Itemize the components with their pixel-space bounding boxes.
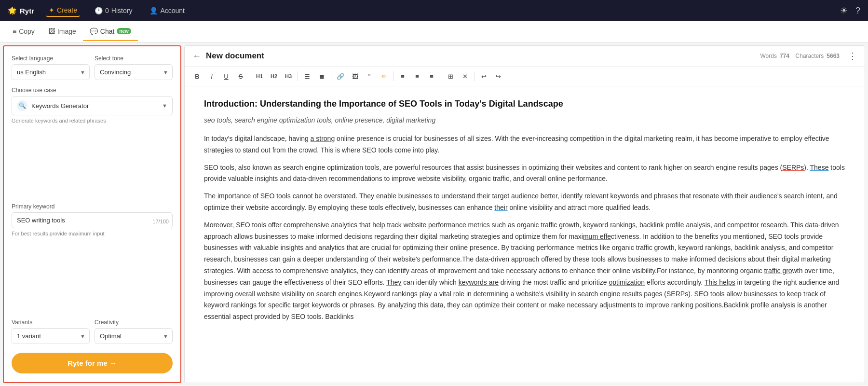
toolbar-sep-3: [331, 71, 331, 81]
back-button[interactable]: ←: [192, 51, 201, 61]
creativity-select-wrapper: Optimal High Max ▼: [95, 328, 173, 344]
toolbar-sep-4: [393, 71, 393, 81]
nav-history[interactable]: 🕐 0 History: [92, 5, 135, 16]
toolbar-sep-2: [298, 71, 298, 81]
redo-button[interactable]: ↪: [491, 69, 505, 83]
underline-text-3: These: [810, 164, 829, 171]
language-select-wrapper: us English uk English Spanish French ▼: [12, 64, 90, 80]
history-icon: 🕐: [95, 7, 103, 14]
variants-select-wrapper: 1 variant 2 variants 3 variants ▼: [12, 328, 90, 344]
underline-text-12: This helps: [705, 278, 735, 286]
nav-account[interactable]: 👤 Account: [147, 5, 188, 16]
keyword-input-wrapper: 17/100: [12, 212, 173, 228]
language-tone-row: Select language us English uk English Sp…: [12, 55, 173, 80]
toolbar-sep-6: [474, 71, 475, 81]
italic-button[interactable]: I: [205, 69, 218, 83]
align-right-button[interactable]: ≡: [425, 69, 438, 83]
primary-keyword-group: Primary keyword 17/100 For best results …: [12, 203, 173, 313]
unordered-list-button[interactable]: ☰: [300, 69, 314, 83]
logo-text: Rytr: [20, 7, 34, 15]
nav-create[interactable]: ✦ Create: [46, 4, 80, 17]
nav-right: ☀ ?: [840, 5, 860, 16]
use-case-chevron-icon: ▼: [162, 103, 167, 109]
underline-text-11: optimization: [609, 278, 645, 286]
words-count: 774: [780, 53, 789, 59]
editor-toolbar: B I U S H1 H2 H3 ☰ ≣ 🔗 🖼 " ✏ ≡ ≡ ≡ ⊞ ✕ ↩…: [185, 67, 865, 86]
primary-keyword-label: Primary keyword: [12, 203, 173, 210]
creativity-label: Creativity: [95, 319, 173, 326]
chat-badge: new: [117, 28, 131, 34]
tone-group: Select tone Convincing Formal Casual ▼: [95, 55, 173, 80]
tab-copy[interactable]: ≡ Copy: [6, 23, 41, 41]
language-label: Select language: [12, 55, 90, 62]
h2-button[interactable]: H2: [267, 69, 281, 83]
editor-content[interactable]: Introduction: Understanding the Importan…: [185, 86, 865, 383]
primary-keyword-input[interactable]: [12, 212, 173, 228]
underline-text-10: keywords are: [459, 278, 499, 286]
undo-button[interactable]: ↩: [477, 69, 490, 83]
image-insert-button[interactable]: 🖼: [348, 69, 362, 83]
ordered-list-button[interactable]: ≣: [315, 69, 328, 83]
account-icon: 👤: [149, 7, 158, 14]
editor-panel: ← New document Words 774 Characters 5663…: [184, 45, 865, 383]
underline-text-7: mum effe: [583, 233, 611, 240]
variants-select[interactable]: 1 variant 2 variants 3 variants: [12, 328, 90, 344]
underline-text-2: SERPs: [782, 164, 804, 171]
char-count: 17/100: [152, 219, 169, 224]
second-bar: ≡ Copy 🖼 Image 💬 Chat new: [0, 21, 868, 42]
underline-text-5: their: [494, 204, 507, 211]
align-left-button[interactable]: ≡: [396, 69, 409, 83]
content-paragraph-1: In today's digital landscape, having a s…: [204, 133, 845, 156]
more-options-icon[interactable]: ⋮: [848, 51, 857, 61]
variants-group: Variants 1 variant 2 variants 3 variants…: [12, 319, 90, 344]
align-center-button[interactable]: ≡: [410, 69, 424, 83]
h3-button[interactable]: H3: [282, 69, 295, 83]
language-group: Select language us English uk English Sp…: [12, 55, 90, 80]
variants-label: Variants: [12, 319, 90, 326]
logo[interactable]: 🌟 Rytr: [8, 6, 34, 15]
tab-image[interactable]: 🖼 Image: [41, 23, 83, 41]
link-button[interactable]: 🔗: [334, 69, 347, 83]
clear-format-button[interactable]: ✕: [458, 69, 472, 83]
chars-label: Characters: [792, 53, 824, 59]
toolbar-sep-1: [250, 71, 250, 81]
content-heading: Introduction: Understanding the Importan…: [204, 98, 845, 110]
top-nav: 🌟 Rytr ✦ Create 🕐 0 History 👤 Account ☀ …: [0, 0, 868, 21]
copy-icon: ≡: [13, 28, 16, 35]
highlight-button[interactable]: ✏: [377, 69, 391, 83]
underline-button[interactable]: U: [219, 69, 233, 83]
use-case-label: Choose use case: [12, 87, 173, 94]
sidebar: Select language us English uk English Sp…: [3, 45, 181, 383]
tone-select-wrapper: Convincing Formal Casual ▼: [95, 64, 173, 80]
language-select[interactable]: us English uk English Spanish French: [12, 64, 90, 80]
underline-text-13: improving overall: [204, 290, 255, 298]
main-content: Select language us English uk English Sp…: [0, 42, 868, 386]
h1-button[interactable]: H1: [253, 69, 266, 83]
theme-toggle-icon[interactable]: ☀: [840, 5, 848, 16]
quote-button[interactable]: ": [363, 69, 376, 83]
creativity-select[interactable]: Optimal High Max: [95, 328, 173, 344]
keyword-hint: For best results provide maximum input: [12, 231, 173, 236]
use-case-select[interactable]: 🔍 Keywords Generator ▼: [12, 96, 173, 115]
chat-icon: 💬: [90, 28, 98, 35]
content-paragraph-2: SEO tools, also known as search engine o…: [204, 162, 845, 185]
ryte-for-me-button[interactable]: Ryte for me →: [12, 353, 173, 373]
create-icon: ✦: [49, 6, 54, 14]
content-paragraph-3: The importance of SEO tools cannot be ov…: [204, 191, 845, 214]
table-button[interactable]: ⊞: [444, 69, 457, 83]
underline-text-1: a strong: [311, 135, 335, 142]
help-icon[interactable]: ?: [855, 6, 860, 16]
header-right: Words 774 Characters 5663 ⋮: [760, 51, 857, 61]
toolbar-sep-5: [441, 71, 441, 81]
underline-text-6: backlink: [639, 221, 664, 229]
variants-creativity-row: Variants 1 variant 2 variants 3 variants…: [12, 319, 173, 344]
tab-chat[interactable]: 💬 Chat new: [83, 23, 138, 41]
document-title[interactable]: New document: [206, 51, 264, 61]
use-case-group: Choose use case 🔍 Keywords Generator ▼ G…: [12, 87, 173, 196]
underline-text-9: They: [386, 278, 401, 286]
image-icon: 🖼: [48, 28, 55, 35]
tone-select[interactable]: Convincing Formal Casual: [95, 64, 173, 80]
underline-text-8: traffic gro: [764, 267, 792, 275]
strikethrough-button[interactable]: S: [234, 69, 247, 83]
bold-button[interactable]: B: [190, 69, 204, 83]
